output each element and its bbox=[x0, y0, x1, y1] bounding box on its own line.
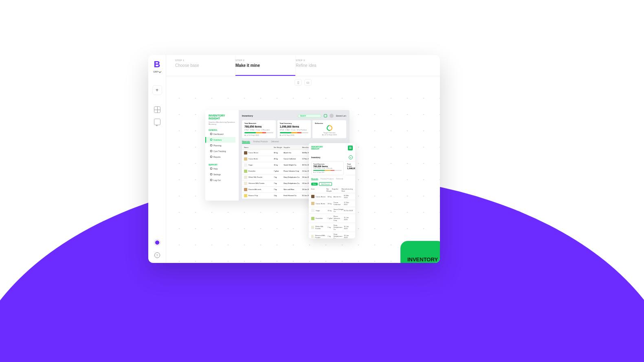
item-thumb-icon bbox=[244, 157, 247, 161]
progress-ring-icon bbox=[325, 124, 333, 132]
table-row[interactable]: Cocoa Butter20 kgCocoa Collective12 Nov … bbox=[309, 200, 355, 207]
preview-search[interactable]: Search bbox=[298, 114, 321, 118]
item-thumb-icon bbox=[244, 151, 247, 155]
filter-button[interactable]: Filter bbox=[311, 183, 318, 185]
logout-icon bbox=[210, 179, 212, 181]
nav-dashboard[interactable]: Dashboard bbox=[209, 131, 235, 137]
table-row[interactable]: Skimmed Milk Powder7 kgDairy Dehydrators… bbox=[309, 232, 355, 238]
item-thumb-icon bbox=[244, 163, 247, 167]
preview-tagline: Seamless Manufacturing Operations Monito… bbox=[209, 121, 235, 125]
step-label: Refine idea bbox=[296, 63, 356, 68]
app-window: B GBP + ? STEP 1 Choose base STEP 2 Make… bbox=[148, 55, 440, 263]
item-thumb-icon bbox=[244, 188, 247, 191]
nav-help[interactable]: Help bbox=[209, 166, 235, 172]
preview-tabs: Materials Finished Products Delivered bbox=[239, 138, 349, 143]
add-button[interactable]: + bbox=[152, 85, 162, 95]
mobile-card-materials: Total Materials 768,056 Items 2 Full · 4… bbox=[311, 161, 344, 175]
mobile-table: ItemNet WeightSupplierManufacturing Date… bbox=[309, 187, 355, 238]
table-header: ItemNet WeightSupplierManufacturing Date bbox=[309, 187, 355, 193]
add-icon[interactable]: + bbox=[349, 155, 353, 159]
item-thumb-icon bbox=[311, 202, 314, 205]
item-thumb-icon bbox=[244, 176, 247, 179]
desktop-view-button[interactable]: ▭ bbox=[304, 79, 312, 86]
mobile-view-button[interactable]: ▯ bbox=[295, 79, 302, 86]
reports-icon bbox=[210, 156, 212, 158]
card-total-inventory: Total Inventory 1,098,000 Items 3 Full ·… bbox=[277, 120, 311, 138]
hamburger-icon[interactable] bbox=[348, 146, 353, 150]
item-thumb-icon bbox=[244, 170, 247, 173]
bell-icon[interactable] bbox=[324, 114, 327, 117]
currency-label: GBP bbox=[153, 71, 158, 73]
design-canvas[interactable]: INVENTORYINSIGHT Seamless Manufacturing … bbox=[166, 88, 440, 263]
card-total-materials: Total Materials 768,056 Items 2 Full · 4… bbox=[242, 120, 276, 138]
cost-icon bbox=[210, 150, 212, 152]
item-thumb-icon bbox=[311, 226, 314, 229]
step-1[interactable]: STEP 1 Choose base bbox=[175, 55, 235, 76]
planning-icon bbox=[210, 144, 212, 146]
mobile-tabs: Materials Finished Products Delivered bbox=[309, 175, 355, 181]
avatar-icon[interactable] bbox=[330, 114, 334, 118]
step-label: Choose base bbox=[175, 63, 235, 68]
help-icon[interactable]: ? bbox=[154, 252, 160, 258]
item-thumb-icon bbox=[244, 194, 247, 197]
step-number: STEP 1 bbox=[175, 59, 235, 62]
tab-materials[interactable]: Materials bbox=[311, 178, 318, 180]
preview-sidebar: INVENTORYINSIGHT Seamless Manufacturing … bbox=[205, 110, 239, 201]
chevron-down-icon bbox=[158, 70, 161, 73]
chat-icon[interactable] bbox=[154, 119, 160, 125]
nav-reports[interactable]: Reports bbox=[209, 154, 235, 160]
step-number: STEP 3 bbox=[296, 59, 356, 62]
tab-delivered[interactable]: Delivered bbox=[271, 141, 279, 143]
main-panel: STEP 1 Choose base STEP 2 Make it mine S… bbox=[166, 55, 440, 263]
app-logo-card[interactable]: INVENTORYINSIGHT bbox=[400, 241, 440, 263]
add-material-button[interactable]: Add Material bbox=[319, 182, 332, 186]
tab-delivered[interactable]: Delivered bbox=[336, 178, 343, 180]
left-rail: B GBP + ? bbox=[148, 55, 166, 263]
help-nav-icon bbox=[210, 168, 212, 170]
logo-text: INVENTORYINSIGHT bbox=[407, 257, 438, 263]
item-thumb-icon bbox=[311, 235, 314, 238]
tab-finished[interactable]: Finished Products bbox=[253, 141, 268, 143]
mobile-preview[interactable]: INVENTORYINSIGHT Inventory + Total Mater… bbox=[309, 143, 355, 238]
mobile-brand: INVENTORYINSIGHT bbox=[311, 146, 323, 150]
table-row[interactable]: Whole Milk Powder7 kgDairy Dehydrators C… bbox=[309, 223, 355, 232]
step-tabs: STEP 1 Choose base STEP 2 Make it mine S… bbox=[166, 55, 440, 76]
step-label: Make it mine bbox=[235, 63, 295, 68]
dashboard-icon bbox=[210, 133, 212, 135]
table-row[interactable]: Cocoa Beans50 kgAsante Inc.04 Mar 2023 bbox=[309, 193, 355, 200]
nav-planning[interactable]: Planning bbox=[209, 143, 235, 148]
settings-icon bbox=[210, 173, 212, 175]
brand-logo: B bbox=[154, 59, 160, 70]
inventory-icon bbox=[210, 139, 212, 141]
item-thumb-icon bbox=[311, 209, 314, 212]
apps-icon[interactable] bbox=[154, 106, 160, 113]
currency-selector[interactable]: GBP bbox=[153, 71, 161, 73]
preview-brand: INVENTORYINSIGHT bbox=[209, 114, 235, 120]
step-number: STEP 2 bbox=[235, 59, 295, 62]
viewport-switcher: ▯ ▭ bbox=[166, 76, 440, 88]
item-thumb-icon bbox=[311, 195, 314, 198]
table-row[interactable]: Emulsifier7 g/botFlavor Infusions Corp15… bbox=[309, 214, 355, 223]
tab-finished[interactable]: Finished Products bbox=[321, 178, 334, 180]
table-row[interactable]: Sugar15 kgSweet Delight Co.05 Oct 2023 bbox=[309, 207, 355, 214]
tab-materials[interactable]: Materials bbox=[242, 141, 250, 143]
card-deliveries: Deliveries Target Outcome As of 14 Sept … bbox=[312, 120, 346, 138]
step-2[interactable]: STEP 2 Make it mine bbox=[235, 55, 296, 76]
preview-title: Inventory bbox=[242, 115, 295, 117]
theme-toggle-icon[interactable] bbox=[154, 239, 160, 246]
mobile-card-inventory: Total Invent 1,098,000 bbox=[345, 161, 355, 175]
nav-inventory[interactable]: Inventory bbox=[205, 137, 235, 143]
nav-cost-tracking[interactable]: Cost Tracking bbox=[209, 148, 235, 154]
mobile-title: Inventory bbox=[311, 156, 321, 159]
step-3[interactable]: STEP 3 Refine idea bbox=[296, 55, 356, 76]
item-thumb-icon bbox=[311, 217, 314, 220]
preview-user: Edward Lam bbox=[336, 115, 346, 117]
nav-settings[interactable]: Settings bbox=[209, 172, 235, 177]
nav-logout[interactable]: Log Out bbox=[209, 177, 235, 183]
item-thumb-icon bbox=[244, 182, 247, 185]
